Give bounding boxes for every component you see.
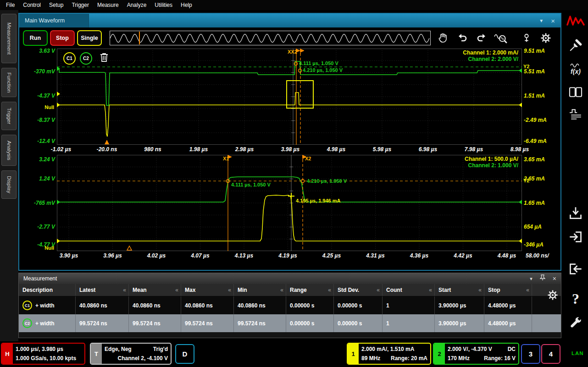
x-axis-label: 4.25 µs: [311, 252, 352, 259]
channel2-scale-offset: 2.000 V/, -4.370 V: [448, 345, 492, 354]
menu-item-analyze[interactable]: Analyze: [123, 1, 151, 9]
save-waveform-icon[interactable]: [569, 206, 582, 220]
sidebar-tab-function[interactable]: Function: [1, 68, 17, 97]
count-value: 1: [383, 296, 435, 314]
horizontal-settings-block[interactable]: H 1.000 µs/, 3.980 µs 1.000 GSa/s, 10.00…: [1, 343, 85, 365]
collapse-icon[interactable]: «: [328, 287, 331, 293]
undo-icon[interactable]: [455, 32, 469, 44]
stop-button[interactable]: Stop: [50, 30, 75, 46]
window-tab[interactable]: Main Waveform: [19, 14, 89, 27]
panel-close-icon[interactable]: ×: [553, 275, 556, 282]
window-layout-icon[interactable]: [568, 86, 583, 98]
timebase-scale: 1.000 µs/, 3.980 µs: [16, 345, 82, 354]
y-axis-label-right: 1.65 mA: [524, 200, 545, 206]
column-header-stddev[interactable]: Std Dev.«: [334, 284, 383, 296]
upper-plot-canvas[interactable]: Channel 1: 2.000 mA/ Channel 2: 2.000 V/…: [57, 49, 522, 145]
column-header-stop[interactable]: Stop«: [484, 284, 532, 296]
menu-item-setup[interactable]: Setup: [45, 1, 67, 9]
delete-waveform-button[interactable]: [99, 51, 109, 65]
x-axis-label: 8.98 µs: [499, 146, 540, 153]
menu-bar: FileControlSetupTriggerMeasureAnalyzeUti…: [0, 0, 588, 10]
channel2-button[interactable]: C2: [80, 52, 92, 65]
menu-item-trigger[interactable]: Trigger: [67, 1, 93, 9]
channel1-button[interactable]: C1: [63, 52, 76, 65]
menu-item-help[interactable]: Help: [177, 1, 196, 9]
sidebar-tab-trigger[interactable]: Trigger: [1, 102, 17, 130]
export-right-icon[interactable]: [569, 230, 582, 244]
probe-setup-icon[interactable]: [520, 32, 533, 44]
waveform-preview-strip[interactable]: [110, 31, 431, 45]
collapse-icon[interactable]: «: [377, 287, 380, 293]
panel-menu-caret-icon[interactable]: ▾: [530, 276, 533, 282]
sidebar-tab-measurement[interactable]: Measurement: [1, 14, 17, 63]
window-menu-caret-icon[interactable]: ▾: [540, 17, 543, 24]
channel2-settings-block[interactable]: 2 2.000 V/, -4.370 VDC 170 MHzRange: 16 …: [433, 343, 519, 365]
upper-left-axis: Null 3.63 V-370 mV-4.37 V-8.37 V-12.4 V: [19, 49, 57, 145]
acquisition-memory-icon[interactable]: [568, 108, 583, 121]
y-axis-label-right: 2.65 mA: [524, 175, 545, 182]
pan-hand-icon[interactable]: [436, 32, 450, 44]
x-axis-label: 1.98 µs: [178, 146, 219, 153]
column-header-count[interactable]: Count«: [383, 284, 435, 296]
column-header-min[interactable]: Min«: [234, 284, 286, 296]
collapse-icon[interactable]: «: [526, 287, 529, 293]
window-close-icon[interactable]: ×: [551, 17, 555, 25]
measurement-row-c1[interactable]: C1+ width 40.0860 ns 40.0860 ns 40.0860 …: [19, 296, 561, 314]
menu-item-utilities[interactable]: Utilities: [150, 1, 177, 9]
mean-value: 40.0860 ns: [129, 296, 181, 314]
probe-tool-icon[interactable]: [569, 38, 582, 52]
wrench-icon[interactable]: [569, 316, 582, 329]
column-header-description[interactable]: Description: [19, 284, 76, 296]
channel1-badge: C1: [22, 301, 32, 310]
collapse-icon[interactable]: «: [280, 287, 283, 293]
lower-plot-canvas[interactable]: Channel 1: 500.0 µA/ Channel 2: 1.000 V/…: [57, 155, 522, 251]
lower-left-axis: Null 3.24 V1.24 V-765 mV-2.77 V-4.77 V: [19, 155, 57, 251]
stop-value: 4.48000 µs: [484, 314, 532, 332]
pin-icon[interactable]: [540, 274, 545, 283]
trigger-type: Edge, Neg: [105, 345, 132, 354]
collapse-icon[interactable]: «: [228, 287, 231, 293]
measurement-titlebar[interactable]: Measurement ▾ ×: [19, 273, 561, 284]
collapse-icon[interactable]: «: [429, 287, 432, 293]
channel4-button[interactable]: 4: [541, 344, 560, 364]
y-axis-label: -12.4 V: [37, 138, 55, 144]
measurement-row-c2-selected[interactable]: C2+ width 99.5724 ns 99.5724 ns 99.5724 …: [19, 314, 561, 332]
digital-channels-button[interactable]: D: [175, 344, 194, 364]
menu-item-measure[interactable]: Measure: [93, 1, 123, 9]
redo-icon[interactable]: [475, 32, 488, 44]
collapse-icon[interactable]: «: [123, 287, 126, 293]
min-value: 40.0860 ns: [234, 296, 286, 314]
menu-item-control[interactable]: Control: [19, 1, 45, 9]
column-header-mean[interactable]: Mean«: [129, 284, 181, 296]
help-icon[interactable]: ?: [572, 290, 579, 307]
trigger-settings-block[interactable]: T Edge, NegTrig'd Channel 2, -4.100 V: [90, 343, 172, 365]
column-header-max[interactable]: Max«: [181, 284, 234, 296]
menu-item-file[interactable]: File: [2, 1, 19, 9]
import-left-icon[interactable]: [569, 262, 582, 276]
waveform-toolbar: Run Stop Single: [19, 27, 560, 49]
tracking-marker-readout: 4.195 µs, 1.946 mA: [296, 198, 340, 203]
collapse-icon[interactable]: «: [175, 287, 178, 293]
single-button[interactable]: Single: [77, 30, 102, 46]
cursor-group-label[interactable]: XX2: [288, 49, 297, 55]
column-header-start[interactable]: Start«: [435, 284, 484, 296]
settings-gear-icon[interactable]: [539, 32, 553, 44]
x-axis-label: 4.07 µs: [180, 252, 221, 259]
collapse-icon[interactable]: «: [478, 287, 482, 293]
channel1-settings-block[interactable]: 1 2.000 mA/, 1.510 mA 89 MHzRange: 20 mA: [347, 343, 431, 365]
cursor1-readout: 4.111 µs, 1.050 V: [231, 182, 271, 187]
sidebar-tab-analysis[interactable]: Analysis: [1, 135, 17, 166]
channel3-button[interactable]: 3: [521, 344, 540, 364]
column-header-range[interactable]: Range«: [286, 284, 334, 296]
column-header-latest[interactable]: Latest«: [76, 284, 129, 296]
zoom-waveform-icon[interactable]: [494, 32, 508, 44]
x2-cursor-label[interactable]: X2: [305, 156, 311, 161]
latest-value: 99.5724 ns: [76, 314, 129, 332]
measurement-settings-gear-icon[interactable]: [546, 289, 559, 303]
function-fx-icon[interactable]: f(x): [570, 63, 581, 75]
upper-plot-row: Null 3.63 V-370 mV-4.37 V-8.37 V-12.4 V …: [19, 49, 560, 145]
x1-cursor-label[interactable]: X1: [223, 156, 229, 161]
window-titlebar[interactable]: Main Waveform ▾ ×: [19, 14, 560, 27]
run-button[interactable]: Run: [23, 30, 48, 46]
sidebar-tab-display[interactable]: Display: [1, 170, 17, 199]
